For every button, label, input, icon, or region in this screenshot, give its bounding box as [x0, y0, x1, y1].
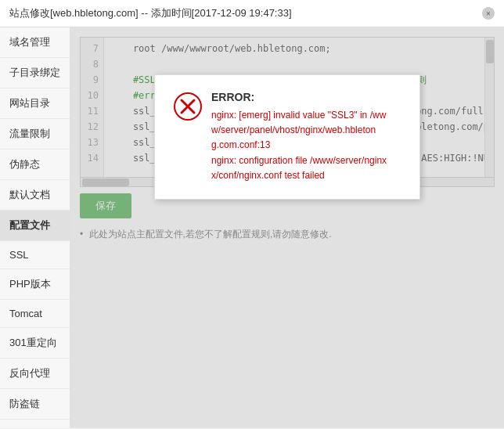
sidebar-item-traffic[interactable]: 流量限制 [0, 119, 70, 150]
sidebar-item-php[interactable]: PHP版本 [0, 269, 70, 300]
sidebar-item-rewrite[interactable]: 伪静态 [0, 150, 70, 180]
error-line-5: x/conf/nginx.conf test failed [211, 170, 325, 181]
sidebar-item-default-doc[interactable]: 默认文档 [0, 180, 70, 211]
error-line-2: w/server/panel/vhost/nginx/web.hbleton [211, 124, 376, 135]
sidebar-item-subdir[interactable]: 子目录绑定 [0, 58, 70, 88]
sidebar: 域名管理 子目录绑定 网站目录 流量限制 伪静态 默认文档 配置文件 SSL P… [0, 27, 70, 428]
close-button[interactable]: × [482, 7, 495, 20]
sidebar-item-proxy[interactable]: 反向代理 [0, 359, 70, 389]
error-body: nginx: [emerg] invalid value "SSL3" in /… [211, 108, 401, 183]
sidebar-item-config[interactable]: 配置文件 [0, 211, 70, 241]
error-line-3: g.com.conf:13 [211, 139, 270, 150]
sidebar-item-hotlink[interactable]: 防盗链 [0, 389, 70, 420]
error-modal-overlay: ERROR: nginx: [emerg] invalid value "SSL… [70, 27, 504, 428]
error-text-block: ERROR: nginx: [emerg] invalid value "SSL… [211, 91, 401, 183]
sidebar-item-domain[interactable]: 域名管理 [0, 27, 70, 58]
title-text: 站点修改[web.hbletong.com] -- 添加时间[2017-12-0… [9, 6, 292, 20]
error-modal: ERROR: nginx: [emerg] invalid value "SSL… [154, 74, 420, 200]
sidebar-item-tomcat[interactable]: Tomcat [0, 300, 70, 328]
sidebar-item-redirect[interactable]: 301重定向 [0, 328, 70, 359]
sidebar-item-ssl[interactable]: SSL [0, 241, 70, 269]
error-title: ERROR: [211, 91, 401, 103]
content-area: 7 8 9 10 11 12 13 14 root /www/wwwroot/w… [70, 27, 504, 428]
error-icon [174, 92, 202, 121]
title-bar: 站点修改[web.hbletong.com] -- 添加时间[2017-12-0… [0, 0, 504, 27]
error-line-4: nginx: configuration file /www/server/ng… [211, 155, 387, 166]
error-line-1: nginx: [emerg] invalid value "SSL3" in /… [211, 110, 386, 121]
main-layout: 域名管理 子目录绑定 网站目录 流量限制 伪静态 默认文档 配置文件 SSL P… [0, 27, 504, 428]
sidebar-item-webdir[interactable]: 网站目录 [0, 88, 70, 119]
